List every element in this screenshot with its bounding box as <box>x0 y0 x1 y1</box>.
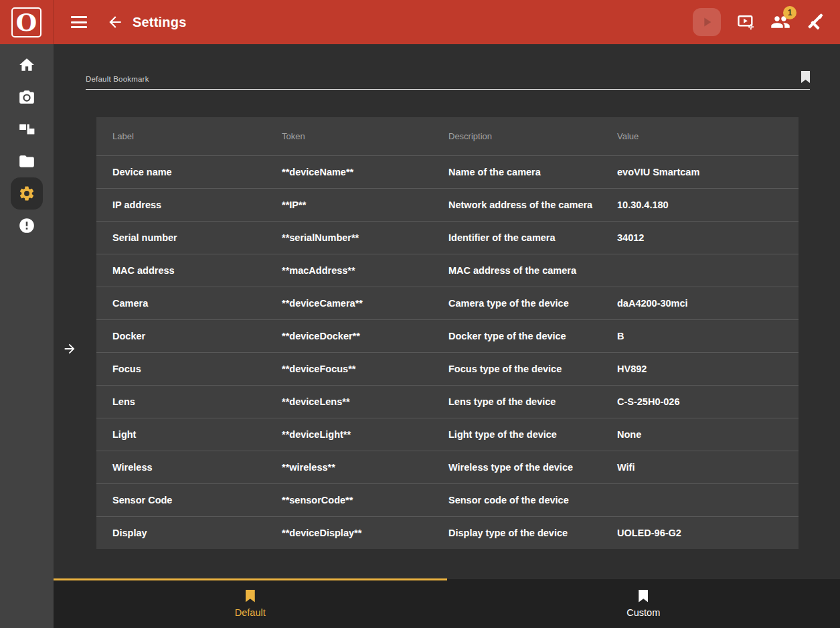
cell-token: **serialNumber** <box>282 232 448 243</box>
bookmark-icon[interactable] <box>801 71 810 83</box>
back-button[interactable] <box>106 13 124 31</box>
tools-button[interactable] <box>805 12 825 32</box>
tokens-table: Label Token Description Value Device nam… <box>96 117 799 549</box>
notification-badge: 1 <box>783 6 796 19</box>
cell-description: Camera type of the device <box>448 298 617 309</box>
tab-default-label: Default <box>235 607 266 618</box>
folder-icon <box>18 153 35 170</box>
cell-token: **macAddress** <box>282 265 448 276</box>
cell-value: 10.30.4.180 <box>617 200 799 210</box>
bookmark-tabbar: Default Custom <box>54 578 840 628</box>
cell-description: Focus type of the device <box>448 364 617 374</box>
cell-label: Serial number <box>96 232 282 243</box>
cell-token: **deviceName** <box>282 167 448 177</box>
bookmark-name-field[interactable]: Default Bookmark <box>86 71 810 90</box>
cell-label: Wireless <box>96 462 282 473</box>
column-header-label: Label <box>96 131 282 141</box>
table-row: Serial number **serialNumber** Identifie… <box>96 221 799 254</box>
cell-token: **IP** <box>282 200 448 210</box>
cell-token: **sensorCode** <box>282 495 448 505</box>
cell-description: Display type of the device <box>448 528 617 538</box>
drawer-expand-button[interactable] <box>60 339 79 358</box>
cell-value: 34012 <box>617 232 799 243</box>
cell-value: B <box>617 331 799 341</box>
cell-description: Light type of the device <box>448 429 617 440</box>
table-row: Display **deviceDisplay** Display type o… <box>96 516 799 549</box>
table-body: Device name **deviceName** Name of the c… <box>96 155 799 549</box>
tab-default[interactable]: Default <box>54 579 447 628</box>
cell-label: Docker <box>96 331 282 341</box>
sidebar-item-home[interactable] <box>11 49 43 81</box>
cell-description: Identifier of the camera <box>448 232 617 243</box>
cell-token: **deviceDocker** <box>282 331 448 341</box>
table-row: Focus **deviceFocus** Focus type of the … <box>96 352 799 385</box>
cell-description: Lens type of the device <box>448 396 617 407</box>
sidebar-nav <box>0 44 54 628</box>
table-row: Camera **deviceCamera** Camera type of t… <box>96 287 799 319</box>
cell-label: Focus <box>96 364 282 374</box>
cell-token: **wireless** <box>282 462 448 473</box>
table-row: MAC address **macAddress** MAC address o… <box>96 254 799 287</box>
video-settings-button[interactable] <box>736 12 756 32</box>
cell-label: Light <box>96 429 282 440</box>
bookmark-icon <box>246 590 255 603</box>
table-row: IP address **IP** Network address of the… <box>96 188 799 221</box>
app-logo[interactable]: O <box>0 0 54 44</box>
video-settings-icon <box>736 13 755 31</box>
menu-icon[interactable] <box>71 16 87 28</box>
cell-description: Network address of the camera <box>448 200 617 210</box>
table-row: Wireless **wireless** Wireless type of t… <box>96 451 799 483</box>
cell-token: **deviceFocus** <box>282 364 448 374</box>
tab-custom-label: Custom <box>626 607 660 618</box>
home-icon <box>18 56 35 74</box>
cell-label: Sensor Code <box>96 495 282 505</box>
cell-description: Wireless type of the device <box>448 462 617 473</box>
table-row: Sensor Code **sensorCode** Sensor code o… <box>96 483 799 516</box>
cell-token: **deviceLight** <box>282 429 448 440</box>
play-button[interactable] <box>693 8 721 36</box>
table-header-row: Label Token Description Value <box>96 117 799 155</box>
settings-gear-icon <box>18 185 35 202</box>
bookmark-field-label: Default Bookmark <box>86 75 149 83</box>
cell-value: None <box>617 429 799 440</box>
cell-value: HV892 <box>617 364 799 374</box>
sidebar-item-settings[interactable] <box>11 177 43 210</box>
column-header-token: Token <box>282 131 448 141</box>
cell-token: **deviceCamera** <box>282 298 448 309</box>
camera-icon <box>18 88 35 106</box>
cell-description: Docker type of the device <box>448 331 617 341</box>
cell-label: Lens <box>96 396 282 407</box>
column-header-description: Description <box>448 131 617 141</box>
sidebar-item-files[interactable] <box>11 145 43 177</box>
play-icon <box>699 15 714 29</box>
cell-value: evoVIU Smartcam <box>617 167 799 177</box>
tab-custom[interactable]: Custom <box>447 579 840 628</box>
table-row: Device name **deviceName** Name of the c… <box>96 155 799 188</box>
cell-value: daA4200-30mci <box>617 298 799 309</box>
back-arrow-icon <box>106 13 124 31</box>
cell-label: MAC address <box>96 265 282 276</box>
main-content: Default Bookmark Label Token Description… <box>54 44 840 628</box>
right-arrow-icon <box>62 341 77 356</box>
sidebar-item-camera[interactable] <box>11 81 43 113</box>
cell-token: **deviceDisplay** <box>282 528 448 538</box>
table-row: Docker **deviceDocker** Docker type of t… <box>96 319 799 352</box>
cell-description: Name of the camera <box>448 167 617 177</box>
cell-token: **deviceLens** <box>282 396 448 407</box>
cell-value: UOLED-96-G2 <box>617 528 799 538</box>
error-icon <box>18 217 35 234</box>
sidebar-item-alerts[interactable] <box>11 210 43 242</box>
active-tab-indicator <box>54 578 447 580</box>
sidebar-item-network[interactable] <box>11 113 43 145</box>
column-header-value: Value <box>617 131 799 141</box>
logo-letter: O <box>11 7 41 37</box>
page-title: Settings <box>133 15 187 30</box>
cell-value: C-S-25H0-026 <box>617 396 799 407</box>
cell-description: MAC address of the camera <box>448 265 617 276</box>
table-row: Lens **deviceLens** Lens type of the dev… <box>96 385 799 418</box>
bookmark-icon <box>639 590 648 603</box>
cell-label: Display <box>96 528 282 538</box>
users-button[interactable]: 1 <box>770 12 790 32</box>
app-header: O Settings <box>0 0 840 44</box>
cell-label: Camera <box>96 298 282 309</box>
